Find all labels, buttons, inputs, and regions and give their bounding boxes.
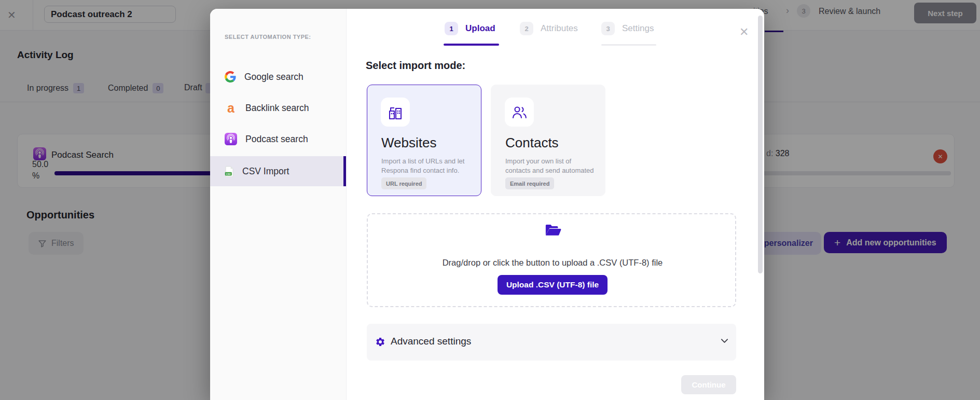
sidebar-item-backlink-search[interactable]: a Backlink search: [210, 93, 346, 123]
csv-dropzone[interactable]: Drag/drop or click the button to upload …: [367, 213, 736, 307]
upload-csv-button[interactable]: Upload .CSV (UTF-8) file: [498, 275, 608, 295]
step-label: Attributes: [541, 23, 578, 34]
people-icon: [505, 98, 534, 127]
gear-icon: [375, 337, 385, 347]
sidebar-item-google-search[interactable]: Google search: [210, 62, 346, 92]
modal-close-icon[interactable]: ✕: [739, 25, 749, 39]
dropzone-instruction: Drag/drop or click the button to upload …: [368, 258, 737, 268]
inactive-step-underline: [601, 44, 656, 46]
folder-icon: [545, 223, 561, 239]
active-step-underline: [444, 44, 499, 46]
continue-button[interactable]: Continue: [681, 375, 736, 394]
app-screen: ✕ ities › 3 Review & launch Next step Ac…: [0, 0, 980, 400]
buildings-icon: [381, 98, 410, 127]
csv-import-modal: SELECT AUTOMATION TYPE: Google search a …: [210, 9, 764, 400]
sidebar-item-label: CSV Import: [242, 166, 289, 177]
csv-file-icon: CSV: [225, 166, 234, 177]
sidebar-item-podcast-search[interactable]: Podcast search: [210, 124, 346, 154]
svg-text:CSV: CSV: [226, 172, 231, 175]
mode-card-contacts[interactable]: Contacts Import your own list of contact…: [491, 85, 605, 196]
ahrefs-icon: a: [225, 102, 237, 115]
step-number-badge: 3: [601, 22, 615, 35]
podcast-icon: [225, 133, 237, 145]
modal-scrollbar-thumb[interactable]: [758, 16, 763, 273]
step-label: Upload: [465, 23, 495, 34]
sidebar-item-csv-import[interactable]: CSV CSV Import: [210, 156, 346, 186]
step-label: Settings: [622, 23, 654, 34]
sidebar-item-label: Backlink search: [245, 103, 309, 114]
chevron-down-icon: [721, 338, 728, 343]
sidebar-item-label: Podcast search: [245, 134, 308, 145]
step-number-badge: 1: [445, 22, 458, 35]
mode-requirement-badge: URL required: [381, 177, 426, 189]
mode-description: Import a list of URLs and let Respona fi…: [381, 157, 472, 175]
mode-card-websites[interactable]: Websites Import a list of URLs and let R…: [367, 85, 481, 196]
sidebar-heading: SELECT AUTOMATION TYPE:: [225, 34, 311, 40]
advanced-settings-label: Advanced settings: [391, 336, 471, 347]
automation-type-sidebar: SELECT AUTOMATION TYPE: Google search a …: [210, 9, 347, 400]
advanced-settings-toggle[interactable]: Advanced settings: [367, 324, 736, 361]
mode-title: Contacts: [505, 135, 559, 151]
mode-title: Websites: [381, 135, 436, 151]
step-attributes[interactable]: 2 Attributes: [520, 22, 578, 35]
step-upload[interactable]: 1 Upload: [445, 22, 495, 35]
mode-requirement-badge: Email required: [505, 177, 554, 189]
step-settings[interactable]: 3 Settings: [601, 22, 654, 35]
google-icon: [225, 71, 236, 82]
import-mode-heading: Select import mode:: [366, 60, 465, 72]
sidebar-item-label: Google search: [244, 72, 303, 82]
step-number-badge: 2: [520, 22, 533, 35]
